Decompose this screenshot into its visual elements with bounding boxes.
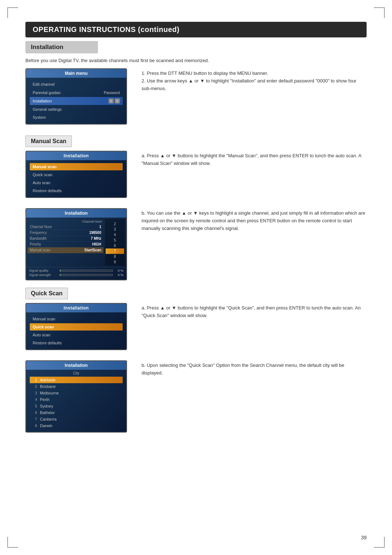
city-list-title: Installation	[26, 361, 126, 370]
quick-scan-menu-items: Manual scan Quick scan Auto scan Restore…	[26, 312, 126, 349]
quick-scan-city-row: Installation City 1 Adelaide 2 Brisbane …	[25, 360, 367, 433]
border-corner-br	[374, 537, 385, 548]
signal-section: Signal quality 0 % Signal strength 0 %	[26, 267, 126, 280]
installation-step1: 1. Press the DTT MENU button to display …	[142, 70, 367, 77]
menu-item-general-settings: General settings	[30, 106, 123, 113]
menu-item-installation: Installation X X	[30, 97, 123, 105]
channel-4: 4	[106, 232, 124, 238]
qs-menu-restore-defaults: Restore defaults	[30, 339, 123, 347]
qs-menu-quick-scan: Quick scan	[30, 323, 123, 331]
border-corner-tr	[374, 7, 385, 18]
page-header: OPERATING INSTRUCTIONS (continued)	[25, 22, 367, 37]
channel-7-selected: 7	[106, 248, 124, 254]
menu-item-quick-scan: Quick scan	[30, 171, 123, 178]
manual-scan-detail-row: Installation Channel Num Channel Num 1 F…	[25, 208, 367, 280]
main-menu-screen: Main menu Edit channel Parental guidan P…	[25, 68, 127, 125]
signal-quality-fill	[60, 270, 61, 271]
channel-9: 9	[106, 259, 124, 265]
city-item-darwin: 8 Darwin	[30, 422, 123, 429]
intro-text: Before you use Digital TV, the available…	[25, 58, 367, 63]
detail-row-frequency: Frequency 198500	[28, 230, 103, 236]
manual-scan-menu-row: Installation Manual scan Quick scan Auto…	[25, 151, 367, 202]
city-item-sydney: 5 Sydney	[30, 403, 123, 409]
manual-scan-step-a-col: a. Press ▲ or ▼ buttons to highlight the…	[142, 151, 367, 167]
signal-strength-pct: 0 %	[114, 273, 123, 277]
signal-strength-fill	[60, 274, 61, 276]
channel-5: 5	[106, 238, 124, 243]
main-menu-items: Edit channel Parental guidan Password In…	[26, 78, 126, 124]
city-item-canberra: 7 Canberra	[30, 416, 123, 422]
installation-overview: Main menu Edit channel Parental guidan P…	[25, 68, 367, 128]
manual-scan-heading: Manual Scan	[25, 135, 72, 147]
installation-step2: 2. Use the arrow keys ▲ or ▼ to highligh…	[142, 77, 367, 93]
quick-scan-screen-title: Installation	[26, 304, 126, 312]
page-number: 39	[361, 535, 367, 540]
signal-quality-bar	[60, 270, 113, 272]
manual-scan-step-b: b. You can use the ▲ or ▼ keys to highli…	[142, 210, 367, 232]
city-item-adelaide: 1 Adelaide	[30, 377, 123, 383]
quick-scan-step-a-col: a. Press ▲ or ▼ buttons to highlight the…	[142, 303, 367, 320]
city-item-bathelor: 6 Bathelor	[30, 409, 123, 416]
channel-num-header-label: Channel Num	[28, 219, 103, 224]
detail-content: Channel Num Channel Num 1 Frequency 1985…	[26, 218, 126, 267]
manual-scan-menu-col: Installation Manual scan Quick scan Auto…	[25, 151, 134, 202]
quick-scan-menu-row: Installation Manual scan Quick scan Auto…	[25, 303, 367, 354]
detail-row-manual-scan: Manual scan StartScan	[28, 247, 103, 253]
menu-item-parental: Parental guidan Password	[30, 89, 123, 96]
quick-scan-heading: Quick Scan	[25, 288, 68, 299]
border-corner-bl	[7, 537, 18, 548]
menu-item-system: System	[30, 114, 123, 121]
border-corner-tl	[7, 7, 18, 18]
detail-row-bandwidth: Bandwidth 7 MHz	[28, 236, 103, 242]
signal-quality-row: Signal quality 0 %	[29, 269, 123, 272]
manual-scan-step-b-col: b. You can use the ▲ or ▼ keys to highli…	[142, 208, 367, 232]
detail-fields: Channel Num Channel Num 1 Frequency 1985…	[28, 219, 103, 266]
signal-strength-row: Signal strength 0 %	[29, 273, 123, 277]
installation-steps-col: 1. Press the DTT MENU button to display …	[142, 68, 367, 92]
channel-3: 3	[106, 227, 124, 232]
manual-scan-menu-items: Manual scan Quick scan Auto scan Restore…	[26, 160, 126, 197]
manual-scan-installation-screen: Installation Manual scan Quick scan Auto…	[25, 151, 127, 198]
city-item-perth: 4 Perth	[30, 396, 123, 403]
city-header: City	[26, 370, 126, 376]
channel-8: 8	[106, 254, 124, 259]
quick-scan-step-a: a. Press ▲ or ▼ buttons to highlight the…	[142, 304, 367, 320]
city-item-melbourne: 3 Melbourne	[30, 390, 123, 396]
quick-scan-step-b-col: b. Upon selecting the "Quick Scan" Optio…	[142, 360, 367, 377]
quick-scan-city-col: Installation City 1 Adelaide 2 Brisbane …	[25, 360, 134, 433]
menu-item-auto-scan: Auto scan	[30, 179, 123, 186]
quick-scan-installation-screen: Installation Manual scan Quick scan Auto…	[25, 303, 127, 350]
manual-scan-screen-title: Installation	[26, 151, 126, 160]
detail-row-channel-num: Channel Num 1	[28, 224, 103, 230]
manual-scan-step-a: a. Press ▲ or ▼ buttons to highlight the…	[142, 152, 367, 167]
channel-6: 6	[106, 243, 124, 248]
signal-quality-pct: 0 %	[114, 269, 123, 272]
manual-detail-screen: Installation Channel Num Channel Num 1 F…	[25, 208, 127, 280]
channel-2: 2	[106, 221, 124, 227]
city-item-brisbane: 2 Brisbane	[30, 383, 123, 390]
detail-screen-title: Installation	[26, 209, 126, 218]
detail-row-priority: Priority HIGH	[28, 242, 103, 247]
menu-item-manual-scan: Manual scan	[30, 163, 123, 170]
quick-scan-menu-col: Installation Manual scan Quick scan Auto…	[25, 303, 134, 354]
channel-list-side: 2 3 4 5 6 7 8 9	[105, 219, 125, 266]
installation-screen-col: Main menu Edit channel Parental guidan P…	[25, 68, 134, 128]
signal-strength-label: Signal strength	[29, 273, 58, 277]
city-list-screen: Installation City 1 Adelaide 2 Brisbane …	[25, 360, 127, 433]
main-menu-title: Main menu	[26, 69, 126, 78]
menu-item-restore-defaults: Restore defaults	[30, 187, 123, 194]
city-items: 1 Adelaide 2 Brisbane 3 Melbourne 4 Pert…	[26, 376, 126, 432]
signal-quality-label: Signal quality	[29, 269, 58, 272]
signal-strength-bar	[60, 274, 113, 276]
manual-scan-detail-col: Installation Channel Num Channel Num 1 F…	[25, 208, 134, 280]
qs-menu-auto-scan: Auto scan	[30, 331, 123, 339]
qs-menu-manual-scan: Manual scan	[30, 315, 123, 323]
menu-item-edit-channel: Edit channel	[30, 81, 123, 88]
installation-section-title: Installation	[25, 41, 98, 53]
quick-scan-step-b: b. Upon selecting the "Quick Scan" Optio…	[142, 362, 367, 377]
